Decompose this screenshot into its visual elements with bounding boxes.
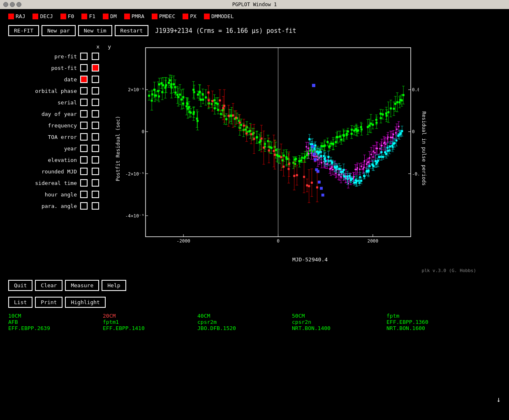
left-panel: x y pre-fit post-fit date orb (4, 39, 115, 274)
list-button[interactable]: List (8, 297, 32, 308)
roundedmjd-x-cb[interactable] (80, 168, 88, 175)
elevation-y-cb[interactable] (92, 156, 99, 164)
x-axis-label: MJD-52940.4 (115, 255, 505, 263)
dayofyear-y-cb[interactable] (92, 110, 99, 118)
restart-button[interactable]: Restart (115, 25, 149, 36)
legend-20cm: 20CM (103, 313, 197, 319)
f1-square (81, 14, 87, 19)
param-px[interactable]: PX (183, 13, 197, 19)
plot-canvas[interactable] (123, 44, 419, 253)
year-x-cb[interactable] (80, 145, 88, 152)
title-bar: PGPLOT Window 1 (0, 0, 509, 9)
year-y-cb[interactable] (92, 145, 99, 152)
prefit-y-cb[interactable] (92, 53, 99, 60)
date-x-cb[interactable] (80, 76, 88, 83)
y-axis-left-label: Postfit Residual (sec) (115, 116, 121, 181)
row-year[interactable]: year (4, 143, 115, 153)
orbital-x-cb[interactable] (80, 87, 88, 95)
param-checkboxes: RAJ DECJ F0 F1 DM PMRA PMDEC PX DMMODEL (0, 9, 509, 23)
frequency-y-cb[interactable] (92, 122, 99, 129)
help-button[interactable]: Help (102, 280, 126, 291)
row-toa-error[interactable]: TOA error (4, 132, 115, 142)
legend-fptm: fptm (386, 313, 481, 319)
row-postfit[interactable]: post-fit (4, 63, 115, 73)
row-frequency[interactable]: frequency (4, 120, 115, 130)
legend-jbo1520: JBO.DFB.1520 (197, 325, 292, 331)
legend-40cm: 40CM (197, 313, 292, 319)
row-serial[interactable]: serial (4, 97, 115, 107)
row-sidereal-time[interactable]: sidereal time (4, 178, 115, 188)
legend-cpsr2n: cpsr2n (292, 319, 386, 325)
plot-area: Postfit Residual (sec) Residual in pulse… (115, 44, 505, 274)
paraangle-y-cb[interactable] (92, 202, 99, 210)
dmmodel-square (204, 14, 210, 19)
decj-square (32, 14, 38, 19)
y-axis-right-label: Residual in pulse periods (421, 111, 427, 186)
row-para-angle[interactable]: para. angle (4, 201, 115, 211)
roundedmjd-y-cb[interactable] (92, 168, 99, 175)
frequency-x-cb[interactable] (80, 122, 88, 129)
hourangle-x-cb[interactable] (80, 191, 88, 198)
param-f0[interactable]: F0 (60, 13, 74, 19)
toaerror-y-cb[interactable] (92, 133, 99, 141)
minimize-btn[interactable] (10, 2, 15, 7)
refit-button[interactable]: RE-FIT (8, 25, 39, 36)
legend-cpsr2m: cpsr2m (197, 319, 292, 325)
newpar-button[interactable]: New par (42, 25, 76, 36)
scroll-down-arrow[interactable]: ↓ (496, 395, 501, 404)
xy-header: x y (4, 44, 115, 50)
postfit-x-cb[interactable] (80, 64, 88, 72)
serial-x-cb[interactable] (80, 99, 88, 106)
param-raj[interactable]: RAJ (8, 13, 25, 19)
quit-button[interactable]: Quit (8, 280, 32, 291)
row-elevation[interactable]: elevation (4, 155, 115, 165)
row-hour-angle[interactable]: hour angle (4, 189, 115, 199)
paraangle-x-cb[interactable] (80, 202, 88, 210)
close-btn[interactable] (3, 2, 8, 7)
legend-col4: 50CM cpsr2n NRT.BON.1400 (292, 313, 386, 331)
window-title: PGPLOT Window 1 (232, 2, 277, 7)
dayofyear-x-cb[interactable] (80, 110, 88, 118)
main-area: x y pre-fit post-fit date orb (0, 39, 509, 274)
prefit-x-cb[interactable] (80, 53, 88, 60)
serial-y-cb[interactable] (92, 99, 99, 106)
param-decj[interactable]: DECJ (32, 13, 53, 19)
hourangle-y-cb[interactable] (92, 191, 99, 198)
legend-col2: 20CM fptm1 EFF.EBPP.1410 (103, 313, 197, 331)
clear-button[interactable]: Clear (35, 280, 62, 291)
row-rounded-mjd[interactable]: rounded MJD (4, 166, 115, 176)
pmra-square (124, 14, 130, 19)
legend-fptm1: fptm1 (103, 319, 197, 325)
orbital-y-cb[interactable] (92, 87, 99, 95)
maximize-btn[interactable] (16, 2, 21, 7)
row-dayofyear[interactable]: day of year (4, 109, 115, 119)
toaerror-x-cb[interactable] (80, 133, 88, 141)
param-dm[interactable]: DM (103, 13, 117, 19)
row-orbital-phase[interactable]: orbital phase (4, 86, 115, 96)
legend-nrt1600: NRT.BON.1600 (386, 325, 481, 331)
bottom-buttons-row2: List Print Highlight (0, 293, 509, 309)
print-button[interactable]: Print (35, 297, 62, 308)
legend-col1: 10CM AFB EFF.EBPP.2639 (8, 313, 103, 331)
postfit-y-cb[interactable] (92, 64, 99, 72)
param-pmra[interactable]: PMRA (124, 13, 144, 19)
legend-afb: AFB (8, 319, 103, 325)
legend: 10CM AFB EFF.EBPP.2639 20CM fptm1 EFF.EB… (0, 309, 509, 335)
date-y-cb[interactable] (92, 76, 99, 83)
row-prefit[interactable]: pre-fit (4, 51, 115, 61)
highlight-button[interactable]: Highlight (65, 297, 105, 308)
param-dmmodel[interactable]: DMMODEL (204, 13, 234, 19)
row-date[interactable]: date (4, 74, 115, 84)
legend-eff2639: EFF.EBPP.2639 (8, 325, 103, 331)
newtim-button[interactable]: New tim (78, 25, 112, 36)
sidereal-y-cb[interactable] (92, 179, 99, 187)
legend-eff1410: EFF.EBPP.1410 (103, 325, 197, 331)
param-f1[interactable]: F1 (81, 13, 95, 19)
legend-eff1360: EFF.EBPP.1360 (386, 319, 481, 325)
elevation-x-cb[interactable] (80, 156, 88, 164)
measure-button[interactable]: Measure (65, 280, 99, 291)
legend-10cm: 10CM (8, 313, 103, 319)
param-pmdec[interactable]: PMDEC (152, 13, 175, 19)
sidereal-x-cb[interactable] (80, 179, 88, 187)
legend-nrt1400: NRT.BON.1400 (292, 325, 386, 331)
